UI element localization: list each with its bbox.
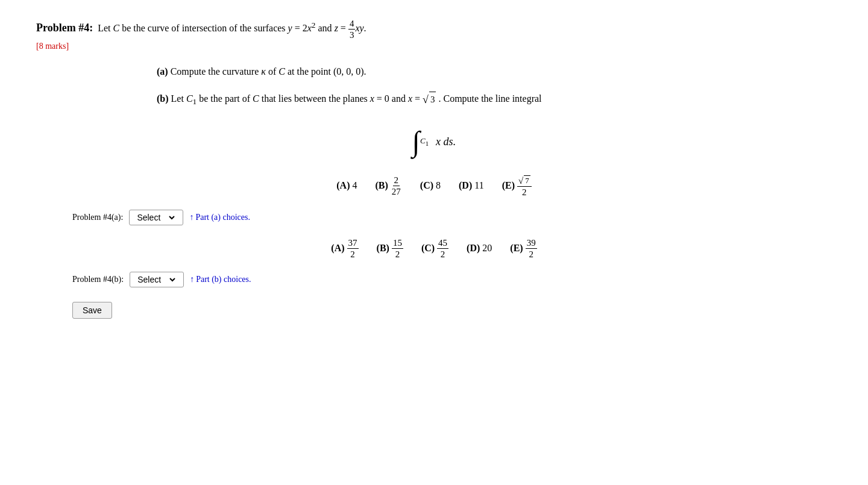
part-a: (a) Compute the curvature κ of C at the … [157, 63, 832, 80]
choice-b-B-den: 2 [394, 249, 401, 260]
choice-b-A-num: 37 [347, 237, 359, 249]
choice-a-D: (D) 11 [459, 180, 484, 191]
part-b-label: (b) [157, 93, 169, 104]
choice-b-C-fraction: 45 2 [437, 237, 448, 260]
part-b-choices-link[interactable]: ↑ Part (b) choices. [190, 275, 251, 284]
marks: [8 marks] [36, 42, 832, 51]
choice-b-E-fraction: 39 2 [526, 237, 537, 260]
part-b: (b) Let C1 be the part of C that lies be… [157, 90, 832, 109]
choice-a-A: (A) 4 [336, 180, 357, 191]
choice-a-B-fraction: 2 27 [391, 175, 402, 197]
choice-b-B: (B) 15 2 [377, 237, 403, 260]
choice-a-A-label: (A) [336, 180, 350, 191]
integral-body: x ds. [436, 136, 456, 148]
choice-a-D-label: (D) [459, 180, 472, 191]
choice-b-C-label: (C) [421, 243, 435, 254]
part-a-choices-link[interactable]: ↑ Part (a) choices. [189, 213, 250, 222]
problem-ref-b: Problem #4(b): [72, 275, 124, 284]
integral-container: ∫ C1 x ds. [412, 127, 456, 156]
integral-block: ∫ C1 x ds. [36, 127, 832, 156]
choice-b-D-value: 20 [482, 243, 492, 254]
select-b[interactable]: Select A B C D E [135, 274, 177, 285]
choice-b-A: (A) 37 2 [331, 237, 358, 260]
choice-b-E: (E) 39 2 [510, 237, 536, 260]
choice-b-C: (C) 45 2 [421, 237, 448, 260]
choice-a-C: (C) 8 [420, 180, 441, 191]
arrow-up-b-icon: ↑ [190, 275, 194, 284]
choice-b-A-label: (A) [331, 243, 344, 254]
choice-a-E-den: 2 [521, 187, 528, 198]
choice-a-E-num: √7 [517, 174, 532, 187]
choice-b-D: (D) 20 [467, 243, 492, 254]
choice-b-C-num: 45 [437, 237, 448, 249]
problem-ref-a: Problem #4(a): [72, 213, 123, 222]
problem-header: Problem #4: Let C be the curve of inters… [36, 18, 832, 51]
choice-a-B-label: (B) [375, 180, 388, 191]
choice-a-E-fraction: √7 2 [517, 174, 532, 198]
problem-container: Problem #4: Let C be the curve of inters… [36, 18, 832, 319]
choices-a-row: (A) 4 (B) 2 27 (C) 8 (D) 11 (E) √7 [36, 174, 832, 198]
problem-statement: Let C be the curve of intersection of th… [98, 18, 366, 40]
part-a-choices-text: Part (a) choices. [195, 213, 250, 222]
select-a-dropdown[interactable]: Select A B C D E [129, 210, 183, 225]
select-a[interactable]: Select A B C D E [134, 212, 177, 223]
answer-row-b: Problem #4(b): Select A B C D E ↑ Part (… [72, 272, 832, 287]
sqrt-3: √3 [423, 90, 436, 109]
integral-symbol: ∫ [412, 127, 420, 156]
integral-subscript: C1 [420, 136, 429, 147]
problem-title-line: Problem #4: Let C be the curve of inters… [36, 18, 832, 40]
save-button[interactable]: Save [72, 302, 112, 319]
choice-b-C-den: 2 [439, 249, 447, 260]
choice-b-B-label: (B) [377, 243, 389, 254]
arrow-up-icon: ↑ [189, 213, 193, 222]
choice-b-E-den: 2 [527, 249, 535, 260]
choice-b-B-num: 15 [392, 237, 403, 249]
choice-b-A-den: 2 [349, 249, 356, 260]
choice-a-C-label: (C) [420, 180, 433, 191]
select-b-dropdown[interactable]: Select A B C D E [130, 272, 184, 287]
choice-a-A-value: 4 [352, 180, 357, 191]
answer-row-a: Problem #4(a): Select A B C D E ↑ Part (… [72, 210, 832, 225]
sqrt-7: √7 [518, 175, 530, 186]
choice-b-E-label: (E) [510, 243, 523, 254]
choice-a-E-label: (E) [502, 180, 515, 191]
choice-a-C-value: 8 [436, 180, 441, 191]
choices-b-row: (A) 37 2 (B) 15 2 (C) 45 2 (D) 20 (E) [36, 237, 832, 260]
choice-a-B-den: 27 [391, 186, 402, 197]
choice-a-B: (B) 2 27 [375, 175, 401, 197]
part-a-label: (a) [157, 66, 168, 77]
problem-number: Problem #4: [36, 22, 93, 34]
choice-a-E: (E) √7 2 [502, 174, 532, 198]
choice-b-A-fraction: 37 2 [347, 237, 359, 260]
part-b-choices-text: Part (b) choices. [196, 275, 251, 284]
choice-a-D-value: 11 [474, 180, 483, 191]
choice-b-E-num: 39 [526, 237, 537, 249]
choice-a-B-num: 2 [393, 175, 400, 186]
choice-b-D-label: (D) [467, 243, 480, 254]
choice-b-B-fraction: 15 2 [392, 237, 403, 260]
